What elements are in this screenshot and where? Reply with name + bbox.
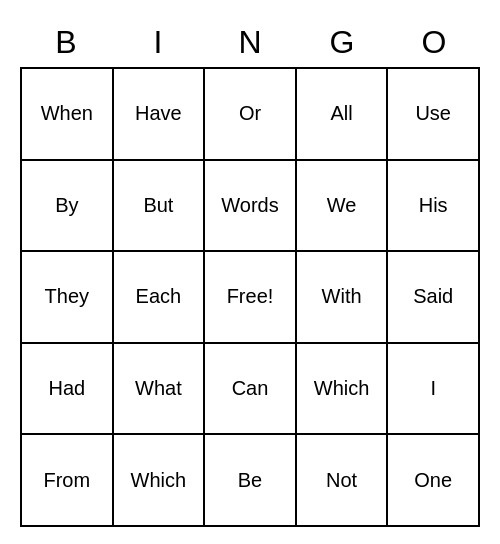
cell-2-4[interactable]: Said [388,252,480,344]
cell-0-3[interactable]: All [297,69,389,161]
cell-4-0[interactable]: From [22,435,114,527]
cell-4-4[interactable]: One [388,435,480,527]
header-g: G [296,17,388,67]
cell-3-3[interactable]: Which [297,344,389,436]
cell-4-1[interactable]: Which [114,435,206,527]
cell-2-2[interactable]: Free! [205,252,297,344]
cell-1-3[interactable]: We [297,161,389,253]
cell-0-0[interactable]: When [22,69,114,161]
cell-4-2[interactable]: Be [205,435,297,527]
cell-1-1[interactable]: But [114,161,206,253]
header-n: N [204,17,296,67]
cell-2-1[interactable]: Each [114,252,206,344]
cell-0-2[interactable]: Or [205,69,297,161]
bingo-header: B I N G O [20,17,480,67]
cell-1-4[interactable]: His [388,161,480,253]
cell-2-3[interactable]: With [297,252,389,344]
cell-3-0[interactable]: Had [22,344,114,436]
cell-2-0[interactable]: They [22,252,114,344]
header-o: O [388,17,480,67]
header-i: I [112,17,204,67]
header-b: B [20,17,112,67]
cell-3-4[interactable]: I [388,344,480,436]
cell-1-0[interactable]: By [22,161,114,253]
cell-3-1[interactable]: What [114,344,206,436]
cell-1-2[interactable]: Words [205,161,297,253]
bingo-card: B I N G O When Have Or All Use By But Wo… [20,17,480,527]
cell-3-2[interactable]: Can [205,344,297,436]
bingo-grid: When Have Or All Use By But Words We His… [20,67,480,527]
cell-4-3[interactable]: Not [297,435,389,527]
cell-0-4[interactable]: Use [388,69,480,161]
cell-0-1[interactable]: Have [114,69,206,161]
